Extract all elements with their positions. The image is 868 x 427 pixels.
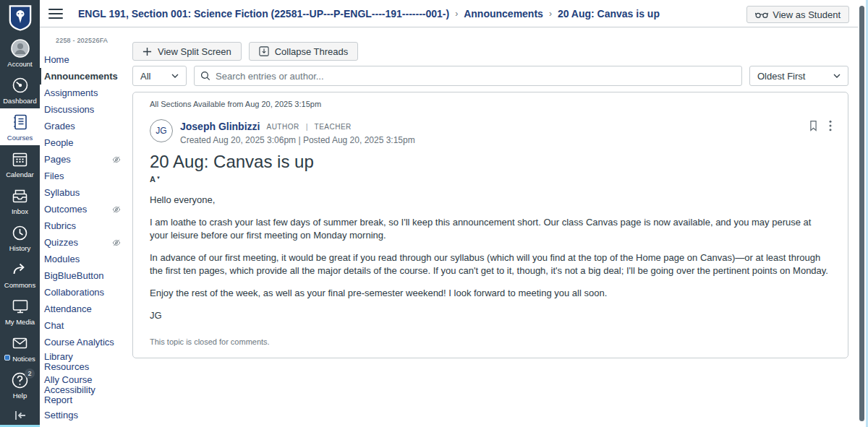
sidebar-item-calendar[interactable]: Calendar	[0, 145, 40, 182]
collapse-threads-button[interactable]: Collapse Threads	[249, 42, 359, 61]
course-nav-discussions[interactable]: Discussions	[40, 101, 132, 118]
scrollbar-track[interactable]	[858, 0, 866, 427]
sidebar-item-help[interactable]: 2 Help	[0, 366, 40, 403]
announcement-title: 20 Aug: Canvas is up	[150, 152, 831, 172]
bookmark-icon[interactable]	[809, 120, 818, 131]
discussion-toolbar: View Split Screen Collapse Threads	[132, 42, 848, 61]
course-nav-quizzes[interactable]: Quizzes	[40, 234, 132, 251]
search-input[interactable]	[216, 71, 736, 82]
author-name-link[interactable]: Joseph Glinbizzi	[180, 121, 260, 132]
course-nav-announcements[interactable]: Announcements	[40, 68, 132, 85]
announcement-body: Hello everyone, I am loathe to crash you…	[150, 194, 831, 322]
avatar[interactable]: JG	[150, 119, 173, 142]
sidebar-item-account[interactable]: Account	[0, 35, 40, 72]
commons-share-icon	[12, 260, 29, 279]
breadcrumb-separator: ›	[455, 9, 458, 19]
sidebar-item-courses[interactable]: Courses	[0, 108, 40, 145]
sort-dropdown[interactable]: Oldest First	[749, 66, 848, 86]
course-nav-ally-report[interactable]: Ally Course Accessibility Report	[40, 374, 132, 407]
breadcrumb-separator: ›	[549, 9, 552, 19]
filter-value: All	[140, 71, 150, 82]
notices-envelope-icon	[12, 334, 28, 353]
course-nav-home[interactable]: Home	[40, 51, 132, 68]
course-nav-collaborations[interactable]: Collaborations	[40, 284, 132, 301]
sort-value: Oldest First	[757, 71, 805, 82]
hidden-eye-icon	[112, 205, 121, 214]
inbox-tray-icon	[12, 186, 28, 205]
teacher-role: Teacher	[315, 123, 352, 131]
course-nav-course-analytics[interactable]: Course Analytics	[40, 334, 132, 350]
scrollbar-thumb[interactable]	[859, 6, 864, 421]
body-paragraph: JG	[150, 309, 831, 322]
filter-row: All Oldest First	[132, 66, 848, 86]
course-nav-people[interactable]: People	[40, 134, 132, 151]
course-nav-modules[interactable]: Modules	[40, 251, 132, 267]
role-separator: |	[306, 122, 308, 131]
user-avatar-icon	[11, 39, 30, 58]
sidebar-item-notices[interactable]: Notices	[0, 329, 40, 366]
kebab-menu-icon[interactable]	[829, 120, 832, 131]
sidebar-item-commons[interactable]: Commons	[0, 256, 40, 293]
hamburger-menu-icon[interactable]	[48, 9, 63, 19]
announcement-card: All Sections Available from Aug 20, 2025…	[132, 92, 848, 358]
collapse-threads-icon	[259, 46, 269, 56]
course-nav-pages[interactable]: Pages	[40, 151, 132, 168]
sidebar-item-label: Calendar	[6, 171, 34, 178]
calendar-icon	[12, 150, 28, 168]
course-nav-rubrics[interactable]: Rubrics	[40, 217, 132, 234]
course-nav-files[interactable]: Files	[40, 168, 132, 184]
course-nav-grades[interactable]: Grades	[40, 118, 132, 134]
sidebar-item-history[interactable]: History	[0, 219, 40, 256]
sidebar-item-my-media[interactable]: My Media	[0, 293, 40, 329]
view-as-student-button[interactable]: View as Student	[746, 6, 849, 23]
course-nav-chat[interactable]: Chat	[40, 317, 132, 334]
closed-for-comments-note: This topic is closed for comments.	[150, 337, 831, 346]
course-nav-assignments[interactable]: Assignments	[40, 85, 132, 101]
course-nav-settings[interactable]: Settings	[40, 407, 132, 423]
sidebar-item-label: My Media	[5, 318, 35, 326]
breadcrumb-announcements[interactable]: Announcements	[464, 8, 543, 20]
sidebar-item-dashboard[interactable]: Dashboard	[0, 72, 40, 108]
course-nav-syllabus[interactable]: Syllabus	[40, 184, 132, 201]
course-nav-library-resources[interactable]: Library Resources	[40, 350, 132, 374]
view-split-screen-button[interactable]: View Split Screen	[132, 42, 242, 61]
search-icon	[200, 71, 210, 81]
course-navigation: 2258 - 202526FA Home Announcements Assig…	[40, 28, 132, 423]
notices-app-logo	[4, 355, 10, 361]
sidebar-item-label: Account	[7, 60, 32, 68]
term-code: 2258 - 202526FA	[56, 37, 132, 44]
help-question-icon: 2	[11, 371, 29, 389]
sidebar-item-label: Inbox	[12, 207, 28, 215]
main-content: View Split Screen Collapse Threads All O…	[132, 28, 848, 358]
top-header: ENGL 191, Section 001: Science Fiction (…	[40, 0, 858, 27]
hidden-eye-icon	[112, 155, 121, 164]
plus-icon	[142, 47, 152, 56]
availability-text: All Sections Available from Aug 20, 2025…	[150, 100, 831, 108]
breadcrumb-course[interactable]: ENGL 191, Section 001: Science Fiction (…	[78, 8, 449, 20]
course-nav-outcomes[interactable]: Outcomes	[40, 201, 132, 217]
sidebar-item-label: Dashboard	[3, 97, 36, 105]
course-nav-bigbluebutton[interactable]: BigBlueButton	[40, 267, 132, 284]
body-paragraph: Hello everyone,	[150, 194, 831, 207]
collapse-global-nav-button[interactable]	[0, 410, 40, 421]
post-timestamps: Created Aug 20, 2025 3:06pm | Posted Aug…	[180, 135, 415, 145]
sidebar-item-label: Notices	[12, 355, 35, 363]
filter-dropdown[interactable]: All	[132, 66, 187, 86]
dashboard-gauge-icon	[12, 76, 29, 95]
sidebar-item-inbox[interactable]: Inbox	[0, 182, 40, 219]
breadcrumb-current-page[interactable]: 20 Aug: Canvas is up	[558, 8, 660, 20]
chevron-down-icon	[171, 74, 179, 78]
glasses-icon	[755, 11, 768, 19]
penn-state-logo[interactable]	[8, 4, 33, 32]
author-role: Author	[266, 123, 299, 131]
course-nav-attendance[interactable]: Attendance	[40, 301, 132, 317]
body-paragraph: I am loathe to crash your last few days …	[150, 216, 831, 242]
hidden-eye-icon	[112, 238, 121, 247]
chevron-down-icon	[833, 74, 841, 78]
history-clock-icon	[12, 223, 28, 242]
body-paragraph: In advance of our first meeting, it woul…	[150, 251, 831, 277]
ally-alternative-formats-icon[interactable]: A▼	[150, 175, 161, 184]
sidebar-item-label: Help	[13, 392, 27, 400]
global-navigation: Account Dashboard Courses	[0, 0, 40, 427]
sidebar-item-label: History	[9, 244, 31, 252]
